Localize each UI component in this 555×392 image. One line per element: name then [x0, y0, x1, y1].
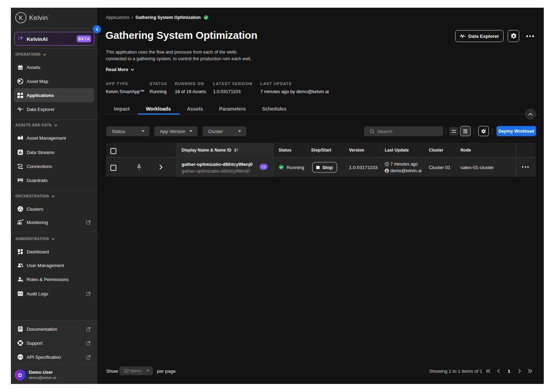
svg-text:K: K [19, 15, 23, 21]
